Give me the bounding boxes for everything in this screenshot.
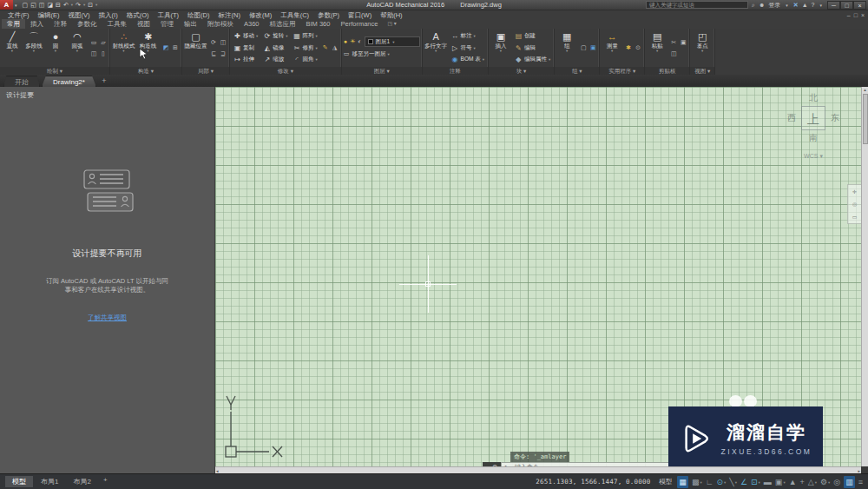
- tool-stretch[interactable]: ↦拉伸: [232, 54, 260, 65]
- doc-minimize-icon[interactable]: –: [847, 12, 851, 18]
- tool-icon[interactable]: ⊞: [171, 43, 180, 53]
- object-snap-icon[interactable]: ⊡▾: [751, 476, 760, 488]
- tool-icon[interactable]: ⊒: [219, 49, 227, 59]
- workspace-switching-icon[interactable]: ⚙▾: [820, 476, 830, 488]
- qnew-icon[interactable]: ▢: [23, 0, 29, 10]
- ribbon-tab[interactable]: 输出: [179, 19, 202, 29]
- ribbon-tab[interactable]: 管理: [155, 19, 179, 29]
- exchange-apps-icon[interactable]: ✕: [793, 2, 799, 9]
- ribbon-tab[interactable]: 插入: [25, 19, 49, 29]
- tool-mtext[interactable]: A多行文字▾: [424, 30, 448, 66]
- menu-item[interactable]: 工具(T): [154, 10, 184, 20]
- tool-rotate[interactable]: ⟳旋转▾: [261, 30, 289, 42]
- ribbon-tab[interactable]: Performance: [335, 19, 383, 29]
- tool-icon[interactable]: ✎: [321, 43, 330, 53]
- ribbon-tab[interactable]: 精选应用: [265, 19, 301, 29]
- pan-icon[interactable]: ✛: [852, 188, 857, 195]
- new-drawing-tab-button[interactable]: +: [98, 76, 110, 87]
- sign-in-dropdown-icon[interactable]: ▾: [784, 3, 790, 8]
- ribbon-tab[interactable]: 注释: [49, 19, 72, 29]
- layer-toggle-icon[interactable]: ●: [344, 36, 347, 47]
- scroll-up-icon[interactable]: ▴: [864, 87, 866, 92]
- viewcube-east[interactable]: 东: [831, 112, 839, 124]
- snap-mode-dropdown-icon[interactable]: ▾: [700, 478, 701, 488]
- save-as-icon[interactable]: ◪: [47, 0, 53, 10]
- tool-copy[interactable]: ▣复制: [232, 43, 260, 54]
- viewcube-north[interactable]: 北: [779, 92, 847, 104]
- workspace-icon[interactable]: ⊡: [88, 0, 93, 10]
- viewcube[interactable]: 北 西 上 东 南 WCS ▾: [779, 92, 847, 160]
- vertical-scroll-thumb[interactable]: [863, 94, 868, 144]
- tool-bom-table[interactable]: ◉BOM 表▾: [450, 54, 486, 65]
- orbit-icon[interactable]: ▭: [852, 214, 858, 220]
- selection-cycling-icon[interactable]: ▣▾: [775, 476, 786, 488]
- tool-icon[interactable]: ▣: [679, 37, 687, 48]
- redo-dropdown-icon[interactable]: ▾: [83, 3, 85, 7]
- tool-dimension[interactable]: ↔标注▾: [450, 30, 486, 42]
- tool-create[interactable]: ▤创建: [513, 30, 552, 42]
- menu-item[interactable]: 格式(O): [122, 10, 154, 20]
- tool-fillet[interactable]: ◜圆角▾: [292, 54, 319, 65]
- file-tab-start[interactable]: 开始: [3, 76, 40, 87]
- scroll-right-icon[interactable]: ▸: [858, 468, 860, 473]
- plot-icon[interactable]: ⊟: [56, 0, 61, 10]
- ribbon-tab[interactable]: 视图: [132, 19, 155, 29]
- grid-display-icon[interactable]: ▦: [677, 476, 688, 488]
- tool-edit[interactable]: ✎编辑: [513, 43, 552, 54]
- help-icon[interactable]: ?: [812, 2, 815, 8]
- panel-label-construction[interactable]: 构造 ▾: [110, 67, 181, 75]
- polar-tracking-icon[interactable]: ⊙▾: [716, 476, 726, 488]
- panel-label-block[interactable]: 块 ▾: [489, 67, 554, 75]
- help-dropdown-icon[interactable]: ▾: [818, 3, 824, 8]
- menu-item[interactable]: 文件(F): [3, 10, 34, 20]
- layout-tab[interactable]: 布局1: [34, 476, 65, 487]
- tool-move-to-layer[interactable]: 移至另一图层▾: [352, 50, 389, 58]
- panel-label-view[interactable]: 视图 ▾: [690, 67, 714, 75]
- tool-icon[interactable]: ⊙: [634, 43, 642, 53]
- menu-item[interactable]: 编辑(E): [34, 10, 64, 20]
- tool-icon[interactable]: ▱: [99, 37, 108, 48]
- viewcube-top-face[interactable]: 上: [801, 106, 825, 130]
- layer-select-dropdown-icon[interactable]: ▾: [392, 40, 394, 44]
- maximize-button[interactable]: □: [840, 1, 853, 10]
- minimize-button[interactable]: ─: [827, 1, 840, 10]
- navigation-bar[interactable]: ✛ ◎ ▭: [847, 184, 861, 224]
- annotation-visibility-icon[interactable]: ▲: [789, 476, 797, 488]
- menu-item[interactable]: 标注(N): [214, 10, 245, 20]
- tool-icon[interactable]: ✱: [624, 43, 633, 53]
- tool-scale[interactable]: ↗缩放: [261, 54, 289, 65]
- menu-item[interactable]: 窗口(W): [344, 10, 376, 20]
- layer-toggle-icon[interactable]: ◐: [358, 36, 361, 47]
- panel-label-group[interactable]: 组 ▾: [555, 67, 599, 75]
- selection-cycling-dropdown-icon[interactable]: ▾: [783, 478, 785, 488]
- isometric-drafting-icon[interactable]: ╲▾: [729, 476, 737, 488]
- undo-icon[interactable]: ↶: [63, 0, 69, 10]
- vertical-scrollbar[interactable]: ▴: [861, 87, 868, 466]
- tool-icon[interactable]: ▢: [579, 43, 588, 53]
- ribbon-tab[interactable]: 附加模块: [202, 19, 239, 29]
- tool-icon[interactable]: ▯: [99, 49, 108, 59]
- tool-paste[interactable]: ▤粘贴▾: [647, 30, 667, 66]
- panel-label-modify[interactable]: 修改 ▾: [230, 67, 341, 75]
- menu-item[interactable]: 工具集(C): [276, 10, 313, 20]
- tool-arc[interactable]: ◠圆弧▾: [67, 30, 88, 66]
- tool-insert[interactable]: ▣插入▾: [490, 30, 511, 66]
- layout-tab[interactable]: 模型: [5, 476, 33, 487]
- snap-mode-icon[interactable]: ▩▾: [692, 476, 702, 488]
- panel-label-detail[interactable]: 局部 ▾: [182, 67, 229, 75]
- osnap-tracking-icon[interactable]: ∠: [740, 476, 747, 488]
- layout-tab[interactable]: 布局2: [66, 476, 97, 487]
- ribbon-minimize-icon[interactable]: ◳ ▾: [383, 19, 400, 29]
- tool-icon[interactable]: ◩: [161, 43, 170, 53]
- tool-polyline[interactable]: ⌒多段线▾: [23, 30, 44, 66]
- tool-icon[interactable]: ◮: [331, 43, 339, 53]
- menu-item[interactable]: 绘图(D): [183, 10, 214, 20]
- tool-line[interactable]: ╱直线▾: [2, 30, 23, 66]
- viewcube-south[interactable]: 南: [779, 132, 847, 144]
- lineweight-icon[interactable]: ▬: [764, 476, 772, 488]
- tool-base-point[interactable]: ◰基点▾: [692, 30, 713, 66]
- autocad-logo-icon[interactable]: A: [0, 0, 13, 10]
- ortho-mode-icon[interactable]: ∟: [706, 476, 713, 488]
- graphics-performance-icon[interactable]: ▥: [844, 476, 855, 488]
- annotation-scale-dropdown-icon[interactable]: ▾: [815, 478, 817, 488]
